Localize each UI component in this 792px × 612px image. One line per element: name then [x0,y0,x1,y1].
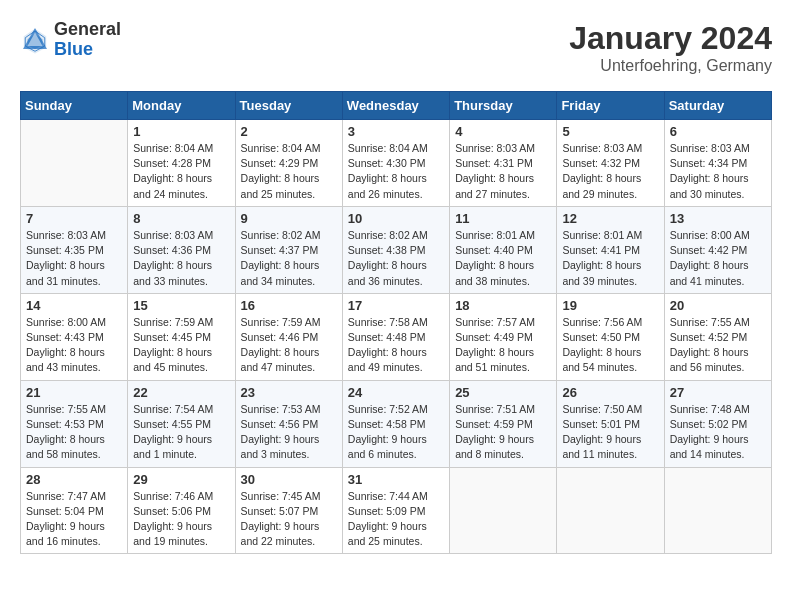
page-header: General Blue January 2024 Unterfoehring,… [20,20,772,75]
calendar-week-row: 21Sunrise: 7:55 AMSunset: 4:53 PMDayligh… [21,380,772,467]
day-detail: Sunrise: 7:55 AMSunset: 4:53 PMDaylight:… [26,402,122,463]
day-detail: Sunrise: 8:03 AMSunset: 4:32 PMDaylight:… [562,141,658,202]
day-detail: Sunrise: 7:57 AMSunset: 4:49 PMDaylight:… [455,315,551,376]
header-day: Wednesday [342,92,449,120]
day-number: 10 [348,211,444,226]
logo-general-text: General [54,20,121,40]
day-detail: Sunrise: 8:00 AMSunset: 4:43 PMDaylight:… [26,315,122,376]
calendar-cell: 23Sunrise: 7:53 AMSunset: 4:56 PMDayligh… [235,380,342,467]
calendar-cell: 16Sunrise: 7:59 AMSunset: 4:46 PMDayligh… [235,293,342,380]
day-detail: Sunrise: 8:00 AMSunset: 4:42 PMDaylight:… [670,228,766,289]
calendar-cell: 31Sunrise: 7:44 AMSunset: 5:09 PMDayligh… [342,467,449,554]
day-number: 27 [670,385,766,400]
header-day: Sunday [21,92,128,120]
day-number: 24 [348,385,444,400]
calendar-cell: 1Sunrise: 8:04 AMSunset: 4:28 PMDaylight… [128,120,235,207]
calendar-cell: 25Sunrise: 7:51 AMSunset: 4:59 PMDayligh… [450,380,557,467]
calendar-week-row: 7Sunrise: 8:03 AMSunset: 4:35 PMDaylight… [21,206,772,293]
day-detail: Sunrise: 8:03 AMSunset: 4:36 PMDaylight:… [133,228,229,289]
day-number: 6 [670,124,766,139]
calendar-cell: 14Sunrise: 8:00 AMSunset: 4:43 PMDayligh… [21,293,128,380]
day-detail: Sunrise: 8:04 AMSunset: 4:29 PMDaylight:… [241,141,337,202]
day-detail: Sunrise: 7:51 AMSunset: 4:59 PMDaylight:… [455,402,551,463]
day-detail: Sunrise: 7:54 AMSunset: 4:55 PMDaylight:… [133,402,229,463]
calendar-cell: 2Sunrise: 8:04 AMSunset: 4:29 PMDaylight… [235,120,342,207]
day-number: 11 [455,211,551,226]
day-number: 15 [133,298,229,313]
calendar-cell: 18Sunrise: 7:57 AMSunset: 4:49 PMDayligh… [450,293,557,380]
calendar-cell: 17Sunrise: 7:58 AMSunset: 4:48 PMDayligh… [342,293,449,380]
day-number: 31 [348,472,444,487]
day-number: 22 [133,385,229,400]
day-number: 3 [348,124,444,139]
day-number: 30 [241,472,337,487]
day-detail: Sunrise: 7:50 AMSunset: 5:01 PMDaylight:… [562,402,658,463]
logo-icon [20,25,50,55]
day-number: 20 [670,298,766,313]
day-number: 28 [26,472,122,487]
header-row: SundayMondayTuesdayWednesdayThursdayFrid… [21,92,772,120]
day-number: 26 [562,385,658,400]
day-detail: Sunrise: 8:04 AMSunset: 4:28 PMDaylight:… [133,141,229,202]
logo-text: General Blue [54,20,121,60]
day-detail: Sunrise: 7:46 AMSunset: 5:06 PMDaylight:… [133,489,229,550]
calendar-cell: 5Sunrise: 8:03 AMSunset: 4:32 PMDaylight… [557,120,664,207]
calendar-cell: 15Sunrise: 7:59 AMSunset: 4:45 PMDayligh… [128,293,235,380]
calendar-body: 1Sunrise: 8:04 AMSunset: 4:28 PMDaylight… [21,120,772,554]
calendar-week-row: 1Sunrise: 8:04 AMSunset: 4:28 PMDaylight… [21,120,772,207]
calendar-subtitle: Unterfoehring, Germany [569,57,772,75]
day-detail: Sunrise: 7:58 AMSunset: 4:48 PMDaylight:… [348,315,444,376]
day-detail: Sunrise: 8:03 AMSunset: 4:31 PMDaylight:… [455,141,551,202]
day-number: 5 [562,124,658,139]
calendar-cell: 12Sunrise: 8:01 AMSunset: 4:41 PMDayligh… [557,206,664,293]
day-detail: Sunrise: 7:44 AMSunset: 5:09 PMDaylight:… [348,489,444,550]
day-detail: Sunrise: 7:53 AMSunset: 4:56 PMDaylight:… [241,402,337,463]
calendar-table: SundayMondayTuesdayWednesdayThursdayFrid… [20,91,772,554]
calendar-cell: 4Sunrise: 8:03 AMSunset: 4:31 PMDaylight… [450,120,557,207]
day-detail: Sunrise: 7:47 AMSunset: 5:04 PMDaylight:… [26,489,122,550]
day-number: 9 [241,211,337,226]
calendar-cell: 8Sunrise: 8:03 AMSunset: 4:36 PMDaylight… [128,206,235,293]
calendar-cell: 3Sunrise: 8:04 AMSunset: 4:30 PMDaylight… [342,120,449,207]
calendar-week-row: 14Sunrise: 8:00 AMSunset: 4:43 PMDayligh… [21,293,772,380]
day-detail: Sunrise: 7:45 AMSunset: 5:07 PMDaylight:… [241,489,337,550]
calendar-cell: 29Sunrise: 7:46 AMSunset: 5:06 PMDayligh… [128,467,235,554]
calendar-cell [21,120,128,207]
calendar-cell: 10Sunrise: 8:02 AMSunset: 4:38 PMDayligh… [342,206,449,293]
day-detail: Sunrise: 7:59 AMSunset: 4:45 PMDaylight:… [133,315,229,376]
calendar-cell: 20Sunrise: 7:55 AMSunset: 4:52 PMDayligh… [664,293,771,380]
calendar-cell [557,467,664,554]
day-detail: Sunrise: 8:03 AMSunset: 4:35 PMDaylight:… [26,228,122,289]
header-day: Monday [128,92,235,120]
calendar-cell: 7Sunrise: 8:03 AMSunset: 4:35 PMDaylight… [21,206,128,293]
day-number: 23 [241,385,337,400]
day-detail: Sunrise: 8:01 AMSunset: 4:41 PMDaylight:… [562,228,658,289]
calendar-cell: 24Sunrise: 7:52 AMSunset: 4:58 PMDayligh… [342,380,449,467]
calendar-cell: 26Sunrise: 7:50 AMSunset: 5:01 PMDayligh… [557,380,664,467]
day-number: 2 [241,124,337,139]
day-detail: Sunrise: 7:55 AMSunset: 4:52 PMDaylight:… [670,315,766,376]
calendar-cell: 9Sunrise: 8:02 AMSunset: 4:37 PMDaylight… [235,206,342,293]
day-detail: Sunrise: 7:52 AMSunset: 4:58 PMDaylight:… [348,402,444,463]
header-day: Tuesday [235,92,342,120]
day-detail: Sunrise: 7:48 AMSunset: 5:02 PMDaylight:… [670,402,766,463]
calendar-cell: 13Sunrise: 8:00 AMSunset: 4:42 PMDayligh… [664,206,771,293]
day-number: 14 [26,298,122,313]
day-number: 21 [26,385,122,400]
day-number: 25 [455,385,551,400]
day-number: 12 [562,211,658,226]
calendar-cell [450,467,557,554]
day-detail: Sunrise: 8:02 AMSunset: 4:37 PMDaylight:… [241,228,337,289]
day-number: 19 [562,298,658,313]
header-day: Thursday [450,92,557,120]
day-number: 17 [348,298,444,313]
calendar-cell: 30Sunrise: 7:45 AMSunset: 5:07 PMDayligh… [235,467,342,554]
calendar-cell: 22Sunrise: 7:54 AMSunset: 4:55 PMDayligh… [128,380,235,467]
header-day: Saturday [664,92,771,120]
day-number: 7 [26,211,122,226]
day-detail: Sunrise: 8:03 AMSunset: 4:34 PMDaylight:… [670,141,766,202]
calendar-title: January 2024 [569,20,772,57]
day-detail: Sunrise: 8:02 AMSunset: 4:38 PMDaylight:… [348,228,444,289]
day-number: 1 [133,124,229,139]
day-number: 18 [455,298,551,313]
